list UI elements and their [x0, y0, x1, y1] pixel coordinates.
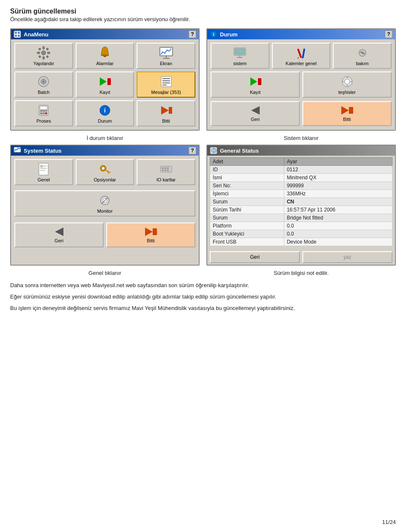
svg-marker-82	[55, 228, 63, 236]
system-geri-btn[interactable]: Geri	[14, 222, 104, 247]
durum-help-btn[interactable]: ?	[385, 30, 392, 38]
cell-adet: Seri No:	[210, 182, 284, 190]
svg-rect-36	[45, 112, 47, 114]
general-geri-btn[interactable]: Geri	[210, 251, 300, 263]
svg-rect-74	[165, 167, 166, 169]
menu-btn-alarmlar[interactable]: Alarmlar	[76, 43, 134, 69]
durum-label: Durum	[98, 118, 112, 123]
cell-ayar: Minitrend QX	[284, 174, 392, 182]
durum-btn-sistem[interactable]: sistem	[211, 43, 269, 69]
table-row: SurumBridge Not fitted	[210, 214, 392, 222]
ana-menu-title: AnaMenu	[24, 31, 49, 38]
menu-btn-kayit[interactable]: Kayıt	[76, 71, 134, 98]
svg-rect-12	[38, 55, 41, 58]
system-status-help-btn[interactable]: ?	[189, 147, 196, 154]
play-stop-icon	[98, 75, 112, 88]
ana-menu-titlebar: AnaMenu ?	[11, 29, 199, 39]
arrow-right-icon	[159, 104, 173, 117]
mesajlar-label: Mesajlar (353)	[151, 90, 181, 95]
col-ayar: Ayar	[284, 158, 392, 166]
svg-point-54	[345, 79, 350, 84]
svg-rect-47	[297, 49, 302, 58]
general-status-body: Adet Ayar ID0112İsmiMinitrend QXSeri No:…	[207, 156, 395, 265]
svg-rect-40	[169, 107, 172, 114]
table-row: SurumCN	[210, 198, 392, 206]
paragraph-2: Eğer sürümünüz eskiyse yenisi download e…	[10, 293, 396, 302]
monitor-btn-row: Monitor	[14, 190, 195, 217]
svg-rect-34	[40, 112, 42, 114]
chart-icon	[159, 46, 173, 60]
durum-btn-row2: Kayıt teşhisler	[211, 71, 392, 98]
paragraph-1: Daha sonra internetten veya web Maviyesi…	[10, 281, 396, 290]
bakim-icon	[356, 46, 369, 60]
durum-geri-btn[interactable]: Geri	[211, 101, 300, 126]
ana-menu-btn-grid: Yapılandır Alarmlar Ekran	[14, 43, 195, 126]
page-title: Sürüm güncellemesi	[10, 8, 396, 15]
menu-btn-ekran[interactable]: Ekran	[137, 43, 195, 69]
svg-point-50	[361, 52, 364, 54]
caption-left-2: Genel tıklanır	[10, 270, 200, 276]
key-icon	[98, 162, 112, 176]
menu-btn-bitti[interactable]: Bitti	[137, 100, 195, 126]
menu-btn-durum[interactable]: i Durum	[76, 100, 134, 126]
svg-rect-3	[15, 35, 17, 37]
info-icon: i	[98, 104, 112, 117]
svg-text:i: i	[213, 32, 214, 37]
system-status-body: Genel Opsiyonlar IO kartlar	[11, 156, 199, 251]
durum-btn-bakim[interactable]: bakım	[333, 43, 392, 69]
svg-rect-78	[167, 170, 169, 171]
durum-title: Durum	[220, 31, 238, 38]
system-io-btn[interactable]: IO kartlar	[137, 159, 195, 185]
system-status-nav: Geri Bitti	[14, 222, 195, 247]
durum-titlebar: i Durum ?	[207, 29, 395, 39]
general-status-btn-row: Geri yaz	[210, 251, 392, 263]
durum-btn-kalemler[interactable]: Kalemler genel	[272, 43, 331, 69]
svg-rect-23	[107, 78, 111, 85]
svg-rect-32	[43, 110, 45, 112]
durum-nav-row: Geri Bitti	[211, 101, 392, 126]
genel-label: Genel	[38, 177, 50, 182]
svg-rect-35	[43, 112, 45, 114]
svg-text:ⓘ: ⓘ	[211, 148, 217, 153]
svg-text:i: i	[104, 107, 106, 114]
page-number: 11/24	[382, 519, 396, 525]
system-bitti-label: Bitti	[147, 238, 154, 243]
ana-menu-body: Yapılandır Alarmlar Ekran	[11, 39, 199, 130]
svg-rect-48	[302, 49, 305, 58]
ana-menu-help-btn[interactable]: ?	[189, 30, 196, 38]
menu-btn-proses[interactable]: Proses	[14, 100, 73, 126]
cell-ayar: 999999	[284, 182, 392, 190]
monitor-label: Monitor	[97, 208, 113, 214]
svg-marker-22	[100, 77, 107, 86]
system-monitor-btn[interactable]: Monitor	[14, 190, 195, 217]
cell-ayar: CN	[284, 198, 392, 206]
svg-marker-60	[341, 106, 349, 115]
teshis-icon	[340, 75, 354, 88]
svg-rect-2	[18, 32, 20, 34]
cell-adet: Boot Yukleyici	[210, 230, 284, 238]
teshisler-label: teşhisler	[338, 90, 356, 95]
bakim-label: bakım	[356, 61, 369, 66]
durum-btn-kayit[interactable]: Kayıt	[211, 71, 300, 98]
bell-icon	[98, 46, 112, 60]
kayit-label: Kayıt	[99, 90, 110, 95]
system-genel-btn[interactable]: Genel	[14, 159, 73, 185]
durum-bitti-btn[interactable]: Bitti	[302, 101, 392, 126]
svg-point-15	[101, 55, 109, 56]
alarmlar-label: Alarmlar	[96, 61, 114, 66]
svg-rect-84	[153, 228, 157, 235]
system-status-panel: System Status ? Genel Opsiyonlar	[10, 145, 200, 266]
system-bitti-btn[interactable]: Bitti	[106, 222, 195, 247]
system-status-icon	[14, 147, 21, 154]
durum-btn-teshisler[interactable]: teşhisler	[302, 71, 392, 98]
menu-btn-mesajlar[interactable]: Mesajlar (353)	[137, 71, 195, 98]
yapilandir-label: Yapılandır	[33, 61, 54, 66]
system-opsiyonlar-btn[interactable]: Opsiyonlar	[76, 159, 134, 185]
doc-icon	[37, 162, 50, 176]
svg-point-21	[43, 81, 44, 82]
menu-btn-yapilandir[interactable]: Yapılandır	[14, 43, 73, 69]
menu-btn-batch[interactable]: Batch	[14, 71, 73, 98]
table-row: Platform0.0	[210, 222, 392, 230]
batch-icon	[37, 75, 50, 88]
cell-adet: Front USB	[210, 238, 284, 246]
